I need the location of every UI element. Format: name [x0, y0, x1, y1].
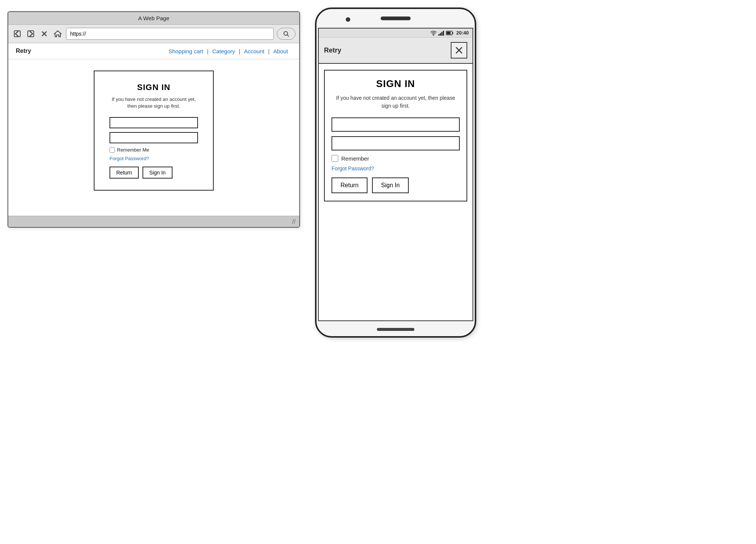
- forgot-password-link[interactable]: Forgot Password?: [110, 156, 198, 161]
- phone-speaker: [381, 17, 411, 20]
- browser-toolbar: [8, 25, 299, 43]
- mobile-password-input[interactable]: [332, 136, 460, 150]
- mobile-nav: Retry: [319, 38, 472, 64]
- wifi-icon: [430, 30, 437, 36]
- mobile-status-bar: 20:40: [319, 29, 472, 38]
- remember-label: Remember Me: [117, 147, 149, 153]
- svg-rect-13: [446, 32, 450, 34]
- nav-link-account[interactable]: Account: [240, 48, 268, 54]
- browser-footer: //: [8, 216, 299, 227]
- phone-home-button[interactable]: [377, 328, 414, 331]
- svg-rect-10: [441, 32, 442, 36]
- svg-line-6: [287, 35, 289, 36]
- back-button[interactable]: [12, 29, 22, 39]
- mobile-brand: Retry: [324, 47, 451, 54]
- nav-brand: Retry: [16, 48, 165, 54]
- mobile-close-button[interactable]: [451, 42, 467, 59]
- nav-link-shopping-cart[interactable]: Shopping cart: [165, 48, 207, 54]
- mobile-sign-in-subtitle: If you have not created an account yet, …: [332, 94, 460, 110]
- form-buttons: Return Sign In: [110, 167, 198, 179]
- mobile-username-input[interactable]: [332, 117, 460, 132]
- mobile-forgot-password-link[interactable]: Forgot Password?: [332, 165, 460, 171]
- close-button[interactable]: [39, 29, 50, 39]
- return-button[interactable]: Return: [110, 167, 139, 179]
- phone-outer: 20:40 Retry SIGN IN If you have not crea…: [315, 8, 476, 338]
- browser-title-bar: A Web Page: [8, 12, 299, 25]
- phone-screen: 20:40 Retry SIGN IN If you have not crea…: [318, 28, 473, 321]
- mobile-remember-label: Remember: [341, 155, 369, 162]
- mobile-return-button[interactable]: Return: [332, 177, 368, 193]
- forward-button[interactable]: [26, 29, 36, 39]
- phone-camera-icon: [346, 17, 350, 22]
- password-input[interactable]: [110, 132, 198, 143]
- svg-rect-9: [440, 33, 441, 36]
- nav-link-category[interactable]: Category: [208, 48, 239, 54]
- browser-mockup: A Web Page: [8, 11, 300, 228]
- svg-rect-8: [438, 34, 440, 36]
- sign-in-title: SIGN IN: [110, 83, 198, 92]
- mobile-sign-in-box: SIGN IN If you have not created an accou…: [324, 70, 467, 201]
- svg-rect-11: [443, 31, 444, 36]
- mobile-form-buttons: Return Sign In: [332, 177, 460, 193]
- mobile-remember-row: Remember: [332, 155, 460, 162]
- svg-point-5: [284, 32, 288, 35]
- address-bar[interactable]: [66, 28, 274, 40]
- sign-in-box: SIGN IN If you have not created an accou…: [94, 71, 214, 191]
- svg-rect-14: [452, 32, 453, 34]
- nav-links: Shopping cart | Category | Account | Abo…: [165, 48, 292, 54]
- username-input[interactable]: [110, 117, 198, 128]
- browser-title: A Web Page: [138, 15, 169, 21]
- mobile-remember-checkbox[interactable]: [332, 155, 338, 162]
- sign-in-subtitle: If you have not created an account yet, …: [110, 96, 198, 110]
- status-time: 20:40: [456, 30, 469, 36]
- mobile-form-container: SIGN IN If you have not created an accou…: [319, 64, 472, 211]
- status-icons: 20:40: [430, 30, 469, 36]
- home-button[interactable]: [52, 29, 63, 39]
- remember-checkbox[interactable]: [110, 147, 115, 153]
- phone-mockup: 20:40 Retry SIGN IN If you have not crea…: [315, 8, 476, 338]
- search-button[interactable]: [277, 28, 296, 40]
- desktop-form-container: SIGN IN If you have not created an accou…: [8, 59, 299, 202]
- signin-button[interactable]: Sign In: [142, 167, 172, 179]
- mobile-sign-in-title: SIGN IN: [332, 78, 460, 90]
- svg-marker-4: [54, 31, 61, 37]
- signal-icon: [438, 30, 444, 36]
- resize-handle-icon: //: [292, 218, 296, 225]
- nav-link-about[interactable]: About: [270, 48, 292, 54]
- svg-point-7: [433, 35, 434, 36]
- browser-content: Retry Shopping cart | Category | Account…: [8, 43, 299, 216]
- remember-row: Remember Me: [110, 147, 198, 153]
- battery-icon: [446, 31, 453, 35]
- desktop-nav: Retry Shopping cart | Category | Account…: [8, 43, 299, 59]
- mobile-signin-button[interactable]: Sign In: [372, 177, 409, 193]
